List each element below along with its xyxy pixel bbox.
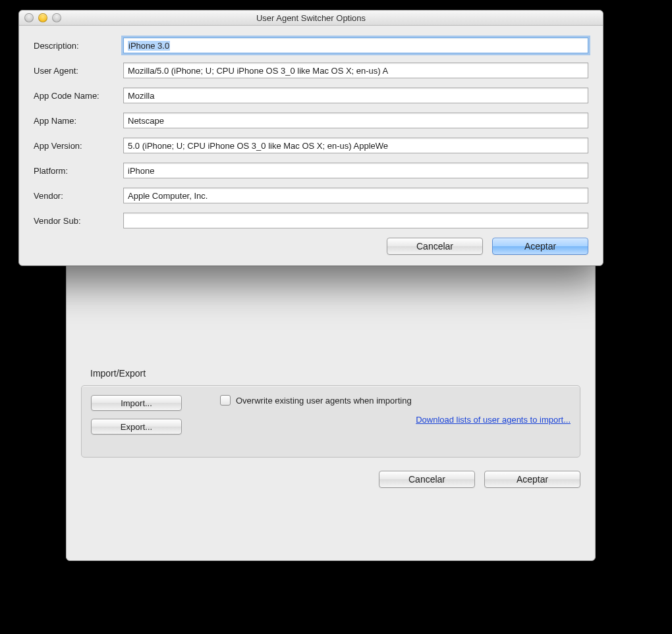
- import-export-group: Import... Export... Overwrite existing u…: [81, 385, 580, 458]
- download-link[interactable]: Download lists of user agents to import.…: [220, 415, 571, 425]
- export-button[interactable]: Export...: [91, 419, 182, 435]
- app-code-name-label: App Code Name:: [34, 91, 123, 101]
- user-agent-input[interactable]: Mozilla/5.0 (iPhone; U; CPU iPhone OS 3_…: [123, 63, 588, 78]
- zoom-icon[interactable]: [52, 13, 61, 22]
- app-version-label: App Version:: [34, 141, 123, 151]
- app-name-input[interactable]: Netscape: [123, 113, 588, 128]
- back-accept-button[interactable]: Aceptar: [484, 471, 580, 488]
- overwrite-label: Overwrite existing user agents when impo…: [236, 396, 412, 406]
- description-input[interactable]: iPhone 3.0: [123, 38, 588, 53]
- user-agent-label: User Agent:: [34, 66, 123, 76]
- titlebar: User Agent Switcher Options: [19, 11, 603, 26]
- description-label: Description:: [34, 41, 123, 51]
- user-agent-edit-dialog: User Agent Switcher Options Description:…: [18, 10, 603, 266]
- vendor-sub-input[interactable]: [123, 213, 588, 228]
- vendor-sub-label: Vendor Sub:: [34, 216, 123, 226]
- back-cancel-button[interactable]: Cancelar: [379, 471, 475, 488]
- minimize-icon[interactable]: [38, 13, 47, 22]
- app-version-input[interactable]: 5.0 (iPhone; U; CPU iPhone OS 3_0 like M…: [123, 138, 588, 153]
- vendor-label: Vendor:: [34, 191, 123, 201]
- close-icon[interactable]: [24, 13, 34, 22]
- cancel-button[interactable]: Cancelar: [387, 238, 483, 255]
- app-name-label: App Name:: [34, 116, 123, 126]
- platform-label: Platform:: [34, 166, 123, 176]
- accept-button[interactable]: Aceptar: [492, 238, 588, 255]
- platform-input[interactable]: iPhone: [123, 163, 588, 178]
- import-export-title: Import/Export: [90, 368, 580, 379]
- import-button[interactable]: Import...: [91, 395, 182, 411]
- dialog-title: User Agent Switcher Options: [256, 13, 366, 23]
- app-code-name-input[interactable]: Mozilla: [123, 88, 588, 103]
- vendor-input[interactable]: Apple Computer, Inc.: [123, 188, 588, 203]
- overwrite-checkbox[interactable]: [220, 395, 231, 406]
